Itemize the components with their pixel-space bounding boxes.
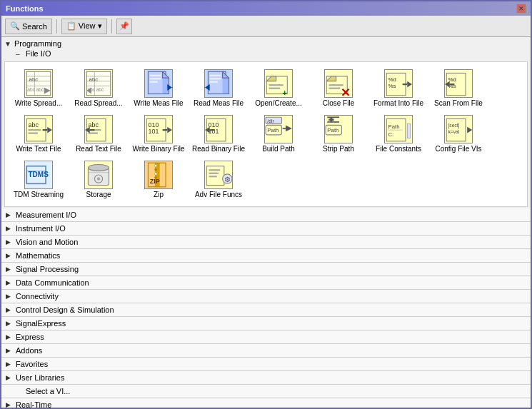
collapse-favorites[interactable]: ▶Favorites [1,358,531,371]
collapse-instrument-io[interactable]: ▶Instrument I/O [1,222,531,236]
collapse-addons[interactable]: ▶Addons [1,344,531,358]
icon-box-scan-from-file: %d %s [444,69,473,98]
tree-programming[interactable]: ▼ Programming [1,39,531,49]
icon-label-read-meas-file: Read Meas File [194,99,244,108]
svg-marker-22 [167,84,172,91]
icon-box-file-constants: Path C: [384,115,413,143]
icon-read-meas-file[interactable]: Read Meas File [189,66,248,111]
tree-file-io[interactable]: – File I/O [1,49,531,59]
icon-label-file-constants: File Constants [376,145,421,153]
svg-text:abc: abc [36,87,44,92]
icon-config-file-vis[interactable]: [sect] k=val Config File VIs [429,112,488,156]
icon-write-text-file[interactable]: abc Write Text File [9,112,68,156]
label-connectivity: Connectivity [16,292,59,301]
collapse-user-libraries[interactable]: ▶User Libraries [1,371,531,385]
svg-text:abc: abc [29,76,39,83]
collapse-select-vi[interactable]: Select a VI... [1,385,531,398]
svg-rect-19 [150,75,161,76]
icon-box-write-meas-file [144,69,173,98]
collapse-signal-express[interactable]: ▶SignalExpress [1,317,531,330]
icon-format-into-file[interactable]: %d %s Format Into File [369,66,428,111]
view-label: View ▾ [79,21,102,31]
svg-rect-68 [210,129,215,131]
collapse-signal-processing[interactable]: ▶Signal Processing [1,263,531,276]
icon-box-build-path: Path /dir [264,115,293,143]
svg-text:%d: %d [388,76,396,83]
svg-rect-30 [269,88,281,89]
svg-text:Path: Path [267,127,278,133]
collapse-vision-motion[interactable]: ▶Vision and Motion [1,236,531,249]
icon-close-file[interactable]: Close File [309,66,368,111]
label-instrument-io: Instrument I/O [16,224,66,233]
arrow-connectivity: ▶ [6,293,16,300]
toolbar-separator [56,19,57,34]
collapse-data-communication[interactable]: ▶Data Communication [1,276,531,290]
label-mathematics: Mathematics [16,251,60,260]
icons-grid: abc abc abc Write Spread... abc abc abc … [8,65,524,203]
icon-zip[interactable]: ZIP Zip [129,158,188,202]
label-select-vi: Select a VI... [16,387,70,395]
icon-write-spread[interactable]: abc abc abc Write Spread... [9,66,68,111]
svg-rect-52 [43,129,48,131]
tree-arrow-file-io: – [16,50,26,58]
label-data-communication: Data Communication [16,278,89,287]
icon-label-open-create: Open/Create... [255,99,302,108]
icon-adv-file-funcs[interactable]: ⚙ Adv File Funcs [189,158,248,202]
icon-scan-from-file[interactable]: %d %s Scan From File [429,66,488,111]
collapse-control-design[interactable]: ▶Control Design & Simulation [1,303,531,317]
collapse-connectivity[interactable]: ▶Connectivity [1,290,531,303]
svg-text:abc: abc [28,121,39,128]
icon-label-format-into-file: Format Into File [373,99,423,108]
svg-text:abc: abc [88,121,99,128]
label-measurement-io: Measurement I/O [16,211,76,219]
icon-read-text-file[interactable]: abc Read Text File [69,112,128,156]
svg-marker-40 [407,81,412,88]
svg-rect-63 [163,129,168,131]
icon-box-read-spread: abc abc abc [84,69,113,98]
label-real-time: Real-Time [16,400,51,408]
arrow-vision-motion: ▶ [6,238,16,246]
svg-rect-50 [28,132,37,133]
icon-strip-path[interactable]: Path Strip Path [309,112,368,156]
svg-text:abc: abc [27,87,35,92]
view-button[interactable]: 📋 View ▾ [61,19,107,34]
tree-section: ▼ Programming – File I/O [1,37,531,60]
svg-rect-101 [154,164,156,166]
close-button[interactable]: ✕ [516,4,526,14]
search-button[interactable]: 🔍 Search [5,19,52,34]
icon-write-meas-file[interactable]: Write Meas File [129,66,188,111]
pin-button[interactable]: 📌 [116,19,132,34]
icon-build-path[interactable]: Path /dir Build Path [249,112,308,156]
icon-label-build-path: Build Path [262,145,295,153]
collapse-mathematics[interactable]: ▶Mathematics [1,249,531,263]
icon-read-spread[interactable]: abc abc abc Read Spread... [69,66,128,111]
collapse-measurement-io[interactable]: ▶Measurement I/O [1,208,531,222]
collapse-real-time[interactable]: ▶Real-Time [1,398,531,408]
arrow-addons: ▶ [6,347,16,354]
arrow-signal-express: ▶ [6,320,16,327]
icon-label-adv-file-funcs: Adv File Funcs [195,191,242,199]
icon-read-binary-file[interactable]: 010 101 Read Binary File [189,112,248,156]
icon-box-open-create: + [264,69,293,98]
icon-tdm-streaming[interactable]: TDMS TDM Streaming [9,158,68,202]
icon-storage[interactable]: Storage [69,158,128,202]
functions-window: Functions ✕ 🔍 Search 📋 View ▾ 📌 ▼ Progra… [0,0,532,409]
icon-label-write-spread: Write Spread... [15,99,63,108]
svg-rect-34 [329,88,341,89]
label-control-design: Control Design & Simulation [16,306,114,314]
icon-file-constants[interactable]: Path C: File Constants [369,112,428,156]
arrow-user-libraries: ▶ [6,374,16,381]
svg-text:ZIP: ZIP [150,178,160,185]
icon-label-write-text-file: Write Text File [16,145,61,153]
icon-write-binary-file[interactable]: 010 101 Write Binary File [129,112,188,156]
svg-rect-106 [206,166,224,186]
svg-rect-26 [210,81,218,83]
icon-open-create[interactable]: + Open/Create... [249,66,308,111]
label-vision-motion: Vision and Motion [16,238,78,246]
icon-box-zip: ZIP [144,161,173,189]
file-io-label: File I/O [26,49,51,58]
svg-text:+: + [283,89,288,97]
icon-box-close-file [324,69,353,98]
icon-box-config-file-vis: [sect] k=val [444,115,473,143]
collapse-express[interactable]: ▶Express [1,330,531,344]
